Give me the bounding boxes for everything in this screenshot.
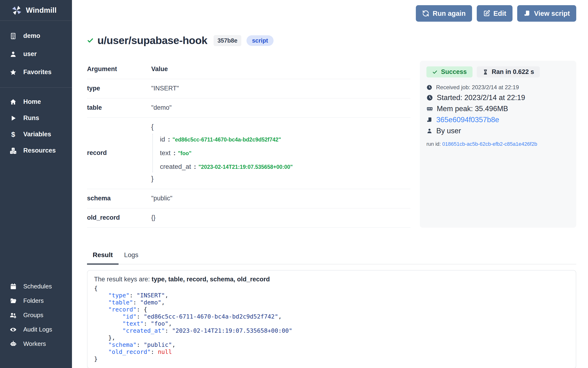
status-label: Success	[441, 68, 467, 76]
view-script-button[interactable]: View script	[517, 5, 576, 22]
arg-name: table	[87, 104, 151, 111]
sidebar-label-demo: demo	[23, 32, 40, 40]
arg-value: "INSERT"	[151, 85, 179, 92]
sidebar-item-runs[interactable]: Runs	[0, 110, 72, 126]
sidebar-item-schedules[interactable]: Schedules	[0, 279, 72, 294]
run-again-button[interactable]: Run again	[416, 5, 472, 22]
object-entries: id : "ed86c5cc-6711-4670-bc4a-bd2c9d52f7…	[152, 134, 293, 172]
arg-row-schema: schema "public"	[87, 189, 410, 208]
tab-result[interactable]: Result	[87, 251, 119, 265]
arg-value: {}	[151, 214, 156, 221]
memory-icon	[426, 105, 433, 112]
arg-row-type: type "INSERT"	[87, 79, 410, 98]
object-entry-id: id : "ed86c5cc-6711-4670-bc4a-bd2c9d52f7…	[160, 136, 293, 143]
sidebar-item-demo[interactable]: demo	[0, 27, 72, 45]
sidebar-item-groups[interactable]: Groups	[0, 308, 72, 322]
view-script-label: View script	[534, 10, 570, 18]
arg-name: old_record	[87, 214, 151, 221]
brand[interactable]: Windmill	[0, 0, 72, 21]
edit-label: Edit	[493, 10, 506, 18]
sidebar-label-groups: Groups	[23, 312, 43, 319]
run-info-rows: Received job: 2023/2/14 at 22:19 Started…	[426, 83, 570, 136]
brand-name: Windmill	[26, 6, 56, 15]
clock-icon	[426, 94, 433, 101]
app-root: Windmill demo	[0, 0, 588, 368]
received-job-row: Received job: 2023/2/14 at 22:19	[426, 83, 570, 92]
entry-key: created_at	[160, 163, 191, 170]
sidebar-item-workers[interactable]: Workers	[0, 337, 72, 351]
sidebar: Windmill demo	[0, 0, 72, 368]
title-row: u/user/supabase-hook 357b8e script	[87, 34, 410, 47]
windmill-logo-icon	[11, 4, 23, 16]
check-icon	[432, 69, 438, 75]
result-keys-prefix: The result keys are:	[94, 276, 152, 283]
entry-value: "2023-02-14T21:19:07.535658+00:00"	[199, 164, 293, 170]
entry-key: id	[160, 136, 165, 143]
edit-icon	[483, 10, 490, 17]
object-entry-created-at: created_at : "2023-02-14T21:19:07.535658…	[160, 163, 293, 170]
kind-badge: script	[246, 35, 273, 46]
home-icon	[9, 98, 17, 106]
mem-peak-text: Mem peak: 35.496MB	[437, 105, 508, 113]
sidebar-admin-section: Schedules Folders	[0, 273, 72, 368]
main-content: Run again Edit View scri	[72, 0, 588, 368]
run-id-link[interactable]: 018651cb-ac5b-62cb-efb2-c85a1e426f2b	[442, 141, 537, 147]
play-icon	[9, 114, 17, 122]
received-job-text: Received job: 2023/2/14 at 22:19	[436, 84, 519, 91]
left-column: u/user/supabase-hook 357b8e script Argum…	[87, 34, 410, 228]
sidebar-item-favorites[interactable]: Favorites	[0, 63, 72, 81]
sidebar-label-folders: Folders	[23, 297, 44, 304]
scroll-icon	[426, 117, 432, 123]
edit-button[interactable]: Edit	[477, 5, 513, 22]
refresh-icon	[422, 10, 429, 17]
sidebar-item-resources[interactable]: Resources	[0, 142, 72, 159]
groups-icon	[9, 312, 17, 319]
entry-key: text	[160, 149, 171, 157]
sidebar-item-home[interactable]: Home	[0, 94, 72, 110]
sidebar-nav-section: Home Runs $ Variables	[0, 88, 72, 165]
dollar-icon: $	[9, 131, 17, 138]
hash-badge: 357b8e	[214, 35, 242, 46]
sidebar-workspace-section: demo user Favorites	[0, 21, 72, 87]
arg-value-object: { id : "ed86c5cc-6711-4670-bc4a-bd2c9d52…	[151, 123, 293, 183]
script-hash-link[interactable]: 365e6094f0357b8e	[436, 116, 499, 124]
cubes-icon	[9, 147, 17, 155]
result-keys-line: The result keys are: type, table, record…	[94, 276, 569, 283]
sidebar-item-user[interactable]: user	[0, 45, 72, 63]
sidebar-item-variables[interactable]: $ Variables	[0, 126, 72, 142]
object-entry-text: text : "foo"	[160, 149, 293, 157]
content-row: u/user/supabase-hook 357b8e script Argum…	[87, 34, 576, 228]
object-open-brace: {	[151, 123, 293, 131]
result-json-code: { "type": "INSERT", "table": "demo", "re…	[94, 285, 569, 363]
args-col-value: Value	[151, 65, 168, 73]
by-user-text: By user	[436, 127, 461, 135]
arguments-table: Argument Value type "INSERT" table "demo…	[87, 65, 410, 228]
status-badge: Success	[426, 66, 473, 77]
arg-value: "demo"	[151, 104, 172, 111]
run-info-card: Success Ran in 0.622 s	[420, 61, 576, 228]
mem-peak-row: Mem peak: 35.496MB	[426, 103, 570, 114]
arg-value: "public"	[151, 195, 172, 202]
duration-label: Ran in 0.622 s	[492, 68, 534, 76]
status-badges-row: Success Ran in 0.622 s	[426, 66, 570, 77]
sidebar-item-audit-logs[interactable]: Audit Logs	[0, 322, 72, 337]
sidebar-label-user: user	[23, 50, 37, 58]
arg-row-record: record { id : "ed86c5cc-6711-4670-bc4a-b…	[87, 118, 410, 189]
eye-icon	[9, 326, 17, 333]
entry-colon: :	[168, 136, 170, 143]
duration-badge: Ran in 0.622 s	[477, 66, 540, 77]
entry-value: "ed86c5cc-6711-4670-bc4a-bd2c9d52f742"	[172, 137, 281, 143]
clock-icon	[426, 84, 432, 90]
args-header-row: Argument Value	[87, 65, 410, 79]
tab-logs[interactable]: Logs	[119, 251, 144, 264]
run-again-label: Run again	[432, 10, 465, 18]
user-icon	[9, 50, 17, 58]
sidebar-item-folders[interactable]: Folders	[0, 294, 72, 308]
robot-icon	[9, 340, 17, 348]
building-icon	[9, 32, 17, 40]
result-panel: The result keys are: type, table, record…	[87, 270, 576, 368]
args-col-argument: Argument	[87, 65, 151, 73]
star-icon	[9, 69, 17, 76]
tabs-row: Result Logs	[87, 251, 576, 264]
json-object-viewer: { id : "ed86c5cc-6711-4670-bc4a-bd2c9d52…	[151, 123, 293, 183]
